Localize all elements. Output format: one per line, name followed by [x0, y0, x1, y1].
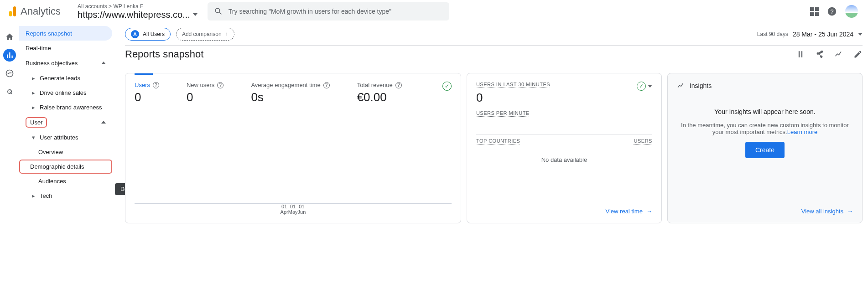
timeseries-chart — [135, 104, 452, 203]
view-realtime-link[interactable]: View real time → — [606, 208, 652, 215]
home-icon[interactable] — [3, 31, 16, 43]
caret-down-icon: ▾ — [32, 134, 35, 141]
chevron-down-icon — [858, 33, 863, 36]
caret-right-icon: ▸ — [32, 89, 35, 96]
data-quality-check[interactable]: ✓ — [637, 82, 652, 91]
learn-more-link[interactable]: Learn more — [787, 129, 817, 135]
realtime-heading: USERS IN LAST 30 MINUTES — [476, 82, 550, 87]
sidebar-item-user-attributes[interactable]: ▾User attributes — [19, 130, 112, 144]
property-name: https://www.whitepress.co... — [78, 10, 198, 20]
help-icon[interactable]: ? — [827, 6, 837, 16]
chevron-up-icon — [101, 62, 106, 64]
x-tick: 01 Apr — [281, 204, 288, 215]
help-icon[interactable]: ? — [323, 82, 330, 88]
users-per-minute-label: USERS PER MINUTE — [476, 110, 652, 116]
sidebar-item-drive-online-sales[interactable]: ▸Drive online sales — [19, 85, 112, 100]
help-icon[interactable]: ? — [153, 82, 159, 88]
caret-right-icon: ▸ — [32, 192, 35, 199]
active-metric-indicator — [135, 73, 153, 75]
sidebar-item-demographic-details[interactable]: Demographic details — [19, 159, 112, 174]
account-switcher[interactable]: All accounts > WP Lenka F https://www.wh… — [72, 3, 203, 20]
date-range-picker[interactable]: Last 90 days 28 Mar - 25 Jun 2024 — [757, 31, 863, 38]
sidebar-item-generate-leads[interactable]: ▸Generate leads — [19, 71, 112, 85]
realtime-card: USERS IN LAST 30 MINUTES ✓ 0 USERS PER M… — [467, 73, 662, 223]
reports-icon[interactable] — [3, 49, 16, 62]
analytics-logo[interactable]: Analytics — [0, 5, 68, 17]
reports-sidebar: Reports snapshot Real-time Business obje… — [19, 23, 112, 289]
insights-spark-icon[interactable] — [834, 50, 843, 59]
help-icon[interactable]: ? — [395, 82, 402, 88]
metric-total-revenue[interactable]: Total revenue? €0.00 — [357, 82, 402, 104]
create-insight-button[interactable]: Create — [745, 142, 785, 158]
header-actions: ? — [800, 5, 868, 18]
filter-audience-all-users[interactable]: A All Users — [125, 28, 171, 41]
caret-right-icon: ▸ — [32, 104, 35, 111]
realtime-value: 0 — [476, 91, 652, 105]
chevron-down-icon — [193, 13, 198, 16]
insights-title: Insights — [690, 82, 712, 89]
insights-desc: In the meantime, you can create new cust… — [677, 122, 853, 135]
audience-badge-icon: A — [131, 30, 139, 38]
sidebar-item-overview[interactable]: Overview — [19, 144, 112, 159]
svg-text:?: ? — [830, 8, 833, 15]
date-range-value: 28 Mar - 25 Jun 2024 — [793, 31, 853, 38]
check-circle-icon: ✓ — [442, 82, 452, 91]
app-header: Analytics All accounts > WP Lenka F http… — [0, 0, 868, 23]
help-icon[interactable]: ? — [217, 82, 223, 88]
sidebar-item-realtime[interactable]: Real-time — [19, 41, 112, 55]
insights-soon: Your Insights will appear here soon. — [714, 108, 815, 115]
no-data-message: No data available — [476, 156, 652, 163]
chevron-down-icon — [648, 85, 652, 88]
arrow-right-icon: → — [847, 208, 853, 215]
x-tick: 01 May — [288, 204, 298, 215]
chevron-up-icon — [101, 121, 106, 124]
account-path: All accounts > WP Lenka F — [78, 3, 198, 10]
arrow-right-icon: → — [646, 208, 652, 215]
analytics-logo-icon — [9, 6, 16, 16]
sidebar-item-raise-brand-awareness[interactable]: ▸Raise brand awareness — [19, 100, 112, 114]
sidebar-item-audiences[interactable]: Audiences — [19, 174, 112, 188]
date-range-label: Last 90 days — [757, 31, 788, 37]
workspaces-icon[interactable] — [810, 7, 819, 16]
kpi-card: Users? 0 New users? 0 Average engagement… — [125, 73, 461, 223]
plus-icon: + — [225, 31, 229, 37]
top-countries-label: TOP COUNTRIES — [476, 138, 520, 144]
metric-engagement-time[interactable]: Average engagement time? 0s — [251, 82, 329, 104]
sidebar-item-tech[interactable]: ▸Tech — [19, 188, 112, 203]
sidebar-section-user[interactable]: User — [19, 114, 112, 130]
add-comparison-button[interactable]: Add comparison + — [176, 28, 234, 41]
main-content: A All Users Add comparison + Last 90 day… — [112, 23, 868, 289]
view-all-insights-link[interactable]: View all insights → — [801, 208, 853, 215]
x-tick: 01 Jun — [298, 204, 306, 215]
search-placeholder: Try searching "MoM growth in users for e… — [229, 8, 391, 15]
users-col-label: USERS — [634, 138, 652, 144]
account-avatar[interactable] — [845, 5, 858, 18]
explore-icon[interactable] — [3, 67, 16, 80]
share-icon[interactable] — [815, 50, 824, 59]
data-quality-check[interactable]: ✓ — [442, 82, 452, 91]
brand-name: Analytics — [21, 5, 61, 17]
advertising-icon[interactable] — [3, 85, 16, 98]
nav-rail — [0, 23, 19, 289]
compare-icon[interactable] — [796, 50, 805, 59]
page-title: Reports snapshot — [125, 48, 203, 60]
search-bar[interactable]: Try searching "MoM growth in users for e… — [208, 2, 449, 21]
metric-users[interactable]: Users? 0 — [135, 82, 159, 104]
metric-new-users[interactable]: New users? 0 — [187, 82, 223, 104]
caret-right-icon: ▸ — [32, 75, 35, 82]
divider — [70, 4, 70, 19]
check-circle-icon: ✓ — [637, 82, 646, 91]
sidebar-item-reports-snapshot[interactable]: Reports snapshot — [19, 26, 112, 41]
search-icon — [214, 7, 223, 16]
sidebar-section-business-objectives[interactable]: Business objectives — [19, 55, 112, 71]
svg-point-2 — [6, 70, 13, 77]
edit-icon[interactable] — [853, 50, 863, 59]
insights-card: Insights Your Insights will appear here … — [667, 73, 863, 223]
insights-spark-icon — [677, 82, 685, 90]
